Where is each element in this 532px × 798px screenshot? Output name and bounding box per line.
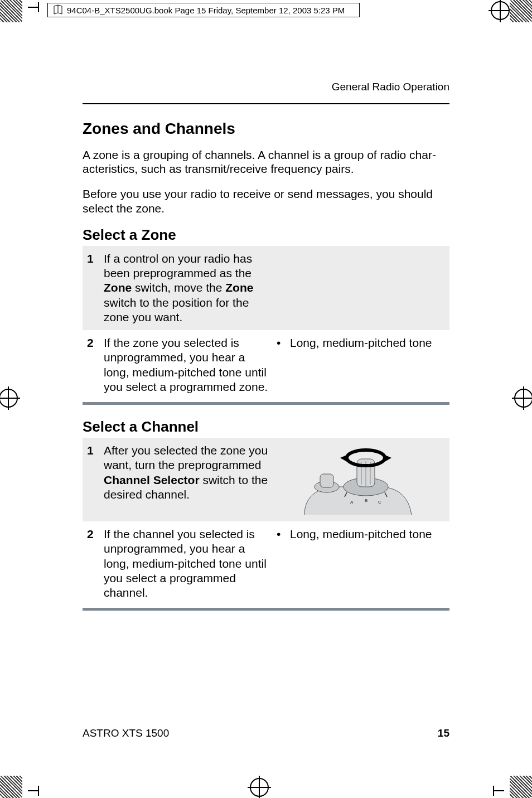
print-header: 94C04-B_XTS2500UG.book Page 15 Friday, S… <box>47 3 360 17</box>
step-row: 1 After you selected the zone you want, … <box>83 438 449 521</box>
step-text-span: After you selected the zone you want, tu… <box>104 444 268 471</box>
step-result: • Long, medium-pitched tone <box>277 527 445 600</box>
svg-text:B: B <box>365 498 367 503</box>
intro-paragraph: Before you use your radio to receive or … <box>83 187 449 215</box>
result-text: Long, medium-pitched tone <box>290 336 432 394</box>
print-hatch-icon <box>0 0 22 22</box>
step-text: If the channel you selected is unprogram… <box>104 527 277 600</box>
svg-marker-16 <box>340 454 348 462</box>
step-number: 2 <box>87 336 104 394</box>
svg-marker-17 <box>384 454 391 462</box>
footer-product: ASTRO XTS 1500 <box>83 727 169 739</box>
step-bold: Channel Selector <box>104 473 200 486</box>
section-title: Zones and Channels <box>83 120 449 138</box>
step-row: 2 If the channel you selected is unprogr… <box>83 521 449 606</box>
result-text: Long, medium-pitched tone <box>290 527 432 600</box>
intro-paragraph: A zone is a grouping of channels. A chan… <box>83 148 449 176</box>
step-row: 1 If a control on your radio has been pr… <box>83 246 449 330</box>
channel-heading: Select a Channel <box>83 418 449 436</box>
step-bold: Zone <box>225 281 253 294</box>
step-number: 1 <box>87 443 104 516</box>
crop-mark <box>491 1 510 20</box>
crop-mark <box>28 2 39 12</box>
print-hatch-icon <box>510 0 532 22</box>
step-bold: Zone <box>104 281 132 294</box>
step-text: If a control on your radio has been prep… <box>104 252 277 325</box>
step-result: A B C <box>277 443 445 516</box>
step-number: 2 <box>87 527 104 600</box>
section-divider <box>83 402 449 405</box>
radio-knob-illustration: A B C <box>277 443 438 516</box>
step-number: 1 <box>87 252 104 325</box>
print-hatch-icon <box>510 776 532 798</box>
step-result: • Long, medium-pitched tone <box>277 336 445 394</box>
svg-rect-1 <box>320 474 333 487</box>
step-text: After you selected the zone you want, tu… <box>104 443 277 516</box>
step-text: If the zone you selected is unprogrammed… <box>104 336 277 394</box>
crop-mark <box>250 778 269 797</box>
print-hatch-icon <box>0 776 22 798</box>
crop-mark <box>0 389 18 408</box>
step-row: 2 If the zone you selected is unprogramm… <box>83 330 449 400</box>
section-divider <box>83 608 449 611</box>
step-text-span: switch, move the <box>132 281 225 294</box>
zone-heading: Select a Zone <box>83 226 449 244</box>
page-body: General Radio Operation Zones and Channe… <box>83 81 449 624</box>
bullet-icon: • <box>277 527 290 600</box>
step-result <box>277 252 445 325</box>
bullet-icon: • <box>277 336 290 394</box>
crop-mark <box>28 786 39 796</box>
step-text-span: switch to the position for the zone you … <box>104 296 249 323</box>
svg-text:A: A <box>350 500 354 505</box>
crop-mark <box>514 389 532 408</box>
footer-page-number: 15 <box>438 727 449 739</box>
print-header-text: 94C04-B_XTS2500UG.book Page 15 Friday, S… <box>67 6 345 15</box>
crop-mark <box>493 786 504 796</box>
header-rule <box>83 103 449 104</box>
book-icon <box>52 4 64 16</box>
step-text-span: If a control on your radio has been prep… <box>104 252 252 279</box>
svg-text:C: C <box>378 500 381 505</box>
running-head: General Radio Operation <box>83 81 449 93</box>
page-footer: ASTRO XTS 1500 15 <box>83 727 449 739</box>
